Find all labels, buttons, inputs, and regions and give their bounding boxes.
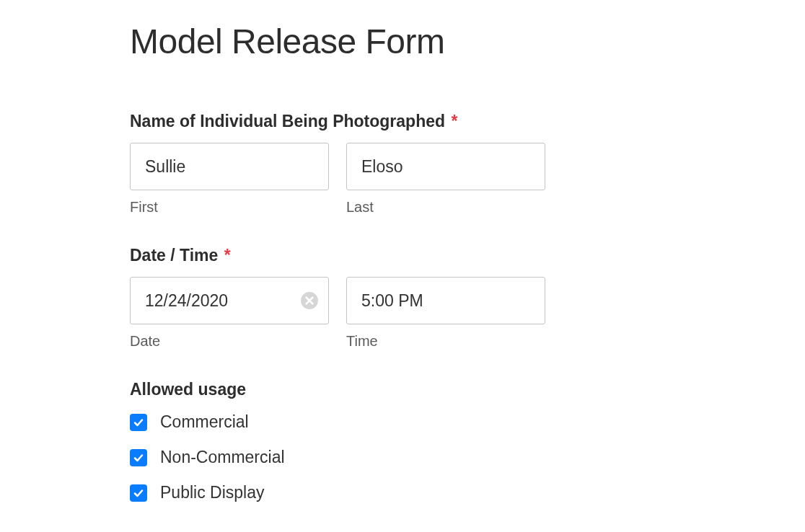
time-input[interactable] [346,277,545,324]
datetime-field-group: Date / Time * Date Time [130,246,805,350]
last-name-col: Last [346,143,545,216]
datetime-input-row: Date Time [130,277,805,350]
required-asterisk: * [451,112,457,130]
checkbox-list: Commercial Non-Commercial Public Display [130,412,805,502]
date-input[interactable] [130,277,329,324]
required-asterisk: * [224,246,231,265]
time-sublabel: Time [346,333,545,350]
usage-label: Allowed usage [130,380,805,399]
name-field-group: Name of Individual Being Photographed * … [130,112,805,216]
page-title: Model Release Form [130,22,805,61]
last-name-sublabel: Last [346,199,545,216]
datetime-label-text: Date / Time [130,246,218,265]
datetime-label: Date / Time * [130,246,805,265]
first-name-input[interactable] [130,143,329,190]
check-icon [133,417,144,428]
date-col: Date [130,277,329,350]
first-name-sublabel: First [130,199,329,216]
time-col: Time [346,277,545,350]
checkbox-public-display[interactable] [130,484,147,502]
checkbox-row-public-display: Public Display [130,483,805,502]
first-name-col: First [130,143,329,216]
check-icon [133,452,144,464]
checkbox-commercial[interactable] [130,414,147,431]
date-input-wrapper [130,277,329,324]
checkbox-label-commercial[interactable]: Commercial [160,412,249,432]
clear-date-icon[interactable] [300,291,319,310]
checkbox-non-commercial[interactable] [130,449,147,466]
name-label: Name of Individual Being Photographed * [130,112,805,131]
name-input-row: First Last [130,143,805,216]
checkbox-row-commercial: Commercial [130,412,805,432]
check-icon [133,487,144,499]
checkbox-label-public-display[interactable]: Public Display [160,483,264,502]
usage-field-group: Allowed usage Commercial Non-Commercial … [130,380,805,502]
date-sublabel: Date [130,333,329,350]
checkbox-label-non-commercial[interactable]: Non-Commercial [160,448,285,467]
checkbox-row-non-commercial: Non-Commercial [130,448,805,467]
name-label-text: Name of Individual Being Photographed [130,112,445,130]
last-name-input[interactable] [346,143,545,190]
